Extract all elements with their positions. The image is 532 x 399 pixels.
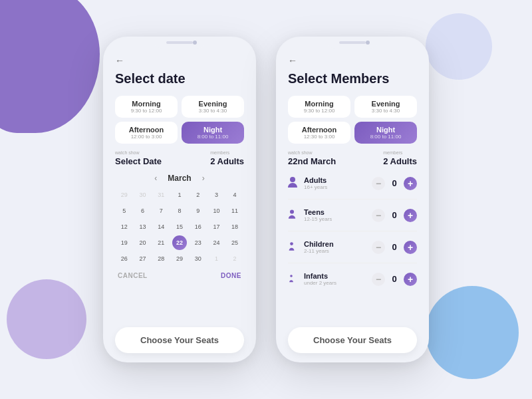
cal-day-30[interactable]: 30	[191, 251, 205, 266]
slot-afternoon-right[interactable]: Afternoon 12:30 to 3:00	[288, 122, 350, 144]
choose-seats-button-left[interactable]: Choose Your Seats	[115, 327, 244, 353]
cal-day-9[interactable]: 9	[191, 203, 205, 218]
adults-age: 16+ years	[304, 184, 372, 190]
slot-morning-left[interactable]: Morning 9:30 to 12:00	[115, 96, 178, 118]
phone-speaker-right	[339, 41, 366, 44]
cal-day-10[interactable]: 10	[209, 203, 223, 218]
slot-evening-time-left: 3:30 to 4:30	[187, 108, 239, 114]
cal-day-19[interactable]: 19	[117, 235, 132, 250]
cal-prev-left[interactable]: ‹	[154, 174, 157, 183]
cal-day-7[interactable]: 7	[154, 203, 168, 218]
cal-day-20[interactable]: 20	[136, 235, 150, 250]
adults-minus-button[interactable]: −	[372, 177, 385, 190]
watch-show-item-right: watch show 22nd March	[288, 150, 336, 167]
slot-evening-right[interactable]: Evening 3:30 to 4:30	[354, 96, 417, 118]
infants-controls: − 0 +	[372, 273, 417, 286]
cal-day-14[interactable]: 14	[154, 219, 168, 234]
children-plus-button[interactable]: +	[404, 241, 417, 254]
back-button-right[interactable]: ←	[288, 55, 417, 66]
slot-night-label-right: Night	[360, 126, 412, 134]
infants-minus-button[interactable]: −	[372, 273, 385, 286]
cal-day-17[interactable]: 17	[209, 219, 223, 234]
cal-day-23[interactable]: 23	[191, 235, 205, 250]
teens-controls: − 0 +	[372, 209, 417, 222]
cal-day-11[interactable]: 11	[227, 203, 242, 218]
phone-notch-right	[326, 37, 379, 49]
divider-3	[288, 263, 417, 263]
cal-next-left[interactable]: ›	[202, 174, 205, 183]
cal-day-15[interactable]: 15	[172, 219, 187, 234]
slot-night-time-left: 8:00 to 11:00	[187, 134, 239, 140]
adults-icon	[288, 176, 299, 190]
members-label-left: Members	[210, 150, 244, 155]
cal-day-21[interactable]: 21	[154, 235, 168, 250]
teens-info: Teens 12-15 years	[304, 208, 372, 222]
phone-notch-left	[153, 37, 206, 49]
cal-day-30-prev[interactable]: 30	[136, 188, 150, 202]
slot-evening-label-right: Evening	[360, 100, 412, 108]
cal-day-28[interactable]: 28	[154, 251, 168, 266]
slot-afternoon-left[interactable]: Afternoon 12:00 to 3:00	[115, 122, 178, 144]
cal-day-27[interactable]: 27	[136, 251, 150, 266]
slot-morning-right[interactable]: Morning 9:30 to 12:00	[288, 96, 350, 118]
teens-plus-button[interactable]: +	[404, 209, 417, 222]
children-controls: − 0 +	[372, 241, 417, 254]
svg-point-0	[290, 177, 295, 182]
time-slots-left: Morning 9:30 to 12:00 Evening 3:30 to 4:…	[115, 96, 244, 144]
cancel-button-left[interactable]: CANCEL	[118, 272, 148, 279]
watch-show-item-left: watch show Select Date	[115, 150, 162, 167]
slot-evening-left[interactable]: Evening 3:30 to 4:30	[182, 96, 244, 118]
cal-day-26[interactable]: 26	[117, 251, 132, 266]
done-button-left[interactable]: DONE	[221, 272, 241, 279]
cal-day-29[interactable]: 29	[172, 251, 187, 266]
cal-day-13[interactable]: 13	[136, 219, 150, 234]
cal-day-8[interactable]: 8	[172, 203, 187, 218]
members-value-left: 2 Adults	[210, 156, 244, 166]
cal-day-6[interactable]: 6	[136, 203, 150, 218]
members-value-right: 2 Adults	[383, 156, 417, 166]
cal-day-29-prev[interactable]: 29	[117, 188, 132, 202]
member-row-adults: Adults 16+ years − 0 +	[288, 174, 417, 193]
cal-day-16[interactable]: 16	[191, 219, 205, 234]
slot-evening-time-right: 3:30 to 4:30	[360, 108, 412, 114]
slot-night-right[interactable]: Night 8:00 to 11:00	[354, 122, 417, 144]
slot-night-label-left: Night	[187, 126, 239, 134]
cal-day-12[interactable]: 12	[117, 219, 132, 234]
slot-night-left[interactable]: Night 8:00 to 11:00	[182, 122, 244, 144]
teens-minus-button[interactable]: −	[372, 209, 385, 222]
cal-month-left: March	[168, 174, 191, 183]
cal-day-25[interactable]: 25	[227, 235, 242, 250]
phone-camera-right	[366, 41, 370, 45]
slot-morning-label-left: Morning	[120, 100, 172, 108]
cal-day-31-prev[interactable]: 31	[154, 188, 168, 202]
adults-controls: − 0 +	[372, 177, 417, 190]
cal-day-2[interactable]: 2	[191, 188, 205, 202]
member-row-teens: Teens 12-15 years − 0 +	[288, 205, 417, 225]
cal-day-4[interactable]: 4	[227, 188, 242, 202]
cal-day-24[interactable]: 24	[209, 235, 223, 250]
screen-title-left: Select date	[115, 71, 244, 86]
cal-day-2-next[interactable]: 2	[227, 251, 242, 266]
children-minus-button[interactable]: −	[372, 241, 385, 254]
cal-day-18[interactable]: 18	[227, 219, 242, 234]
infants-plus-button[interactable]: +	[404, 273, 417, 286]
cal-week-2-left: 12 13 14 15 16 17 18	[115, 219, 244, 235]
cal-day-1[interactable]: 1	[172, 188, 187, 202]
choose-seats-button-right[interactable]: Choose Your Seats	[288, 327, 417, 353]
back-button-left[interactable]: ←	[115, 55, 244, 66]
teens-age: 12-15 years	[304, 216, 372, 222]
members-item-right: Members 2 Adults	[383, 150, 417, 167]
slot-morning-time-left: 9:30 to 12:00	[120, 108, 172, 114]
adults-plus-button[interactable]: +	[404, 177, 417, 190]
adults-info: Adults 16+ years	[304, 176, 372, 190]
slot-afternoon-label-right: Afternoon	[293, 126, 345, 134]
slot-evening-label-left: Evening	[187, 100, 239, 108]
cal-day-22-selected[interactable]: 22	[172, 235, 187, 250]
children-name: Children	[304, 240, 372, 248]
slot-afternoon-time-left: 12:00 to 3:00	[120, 134, 172, 140]
phone-left: ← Select date Morning 9:30 to 12:00 Even…	[103, 37, 256, 362]
watch-show-value-right: 22nd March	[288, 156, 336, 166]
cal-day-1-next[interactable]: 1	[209, 251, 223, 266]
cal-day-3[interactable]: 3	[209, 188, 223, 202]
cal-day-5[interactable]: 5	[117, 203, 132, 218]
